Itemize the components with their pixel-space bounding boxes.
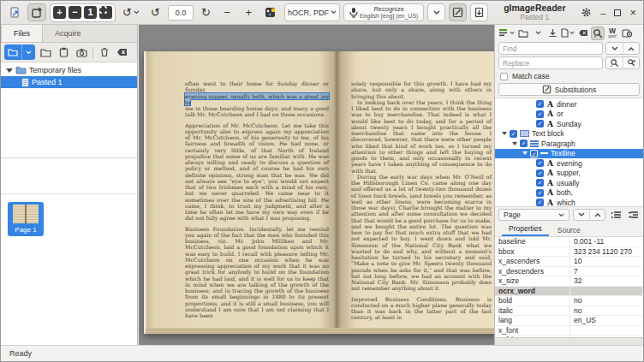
add-images-split-button[interactable] [4,45,35,60]
recognize-language-dropdown[interactable] [427,3,445,21]
import-button[interactable] [546,27,559,40]
replace-input[interactable] [498,56,603,69]
app-logo-icon [9,7,21,18]
property-row[interactable]: x_font [495,326,643,336]
zoom-out-button[interactable]: − [69,6,81,19]
export-button[interactable] [470,3,488,21]
word-checkbox[interactable]: ✓ [536,120,544,128]
property-row[interactable]: bbox323 234 1120 270 [495,247,643,258]
confidence-toggle[interactable]: W conf [605,27,619,40]
property-row[interactable]: baseline0.001 -11 [495,237,643,247]
property-row[interactable]: italicno [495,306,643,317]
expander-icon[interactable] [522,151,528,155]
paragraph-checkbox[interactable]: ✓ [520,139,528,147]
screenshot-button[interactable] [75,45,89,60]
hocr-textblock-row[interactable]: ✓Text block [495,129,643,139]
preview-toggle[interactable] [620,27,634,40]
open-hocr-dropdown[interactable] [531,27,545,40]
tab-acquire[interactable]: Acquire [43,25,93,42]
rotate-cw-button[interactable]: ↻ [197,3,215,21]
page-increment-button[interactable]: + [240,3,258,21]
block-checkbox[interactable]: ✓ [510,130,517,138]
find-replace-toggle[interactable] [591,27,605,40]
add-images-dropdown[interactable] [21,45,35,60]
paste-button[interactable] [57,45,71,60]
word-checkbox[interactable]: ✓ [536,159,544,167]
hocr-word-row[interactable]: ✓Asupper, [495,169,643,179]
remove-image-button[interactable] [97,45,111,60]
property-value: 7 [570,267,643,276]
minimize-button[interactable]: – [600,8,605,18]
word-checkbox[interactable]: ✓ [536,179,544,187]
replace-all-button[interactable] [623,57,639,68]
postprocess-button[interactable] [449,3,467,21]
insert-mode-dropdown[interactable] [498,27,516,40]
hocr-word-row[interactable]: ✓Awhich [495,198,643,207]
save-hocr-dropdown[interactable] [560,27,575,40]
collapse-all-button[interactable] [626,208,640,222]
expander-icon[interactable] [512,142,517,145]
find-prev-button[interactable] [623,43,639,54]
hocr-word-row[interactable]: ✓Ausually [495,178,643,188]
delete-button[interactable] [576,27,590,40]
hocr-word-row[interactable]: ✓Aor [495,110,643,120]
highlighted-textline[interactable]: evening supper, usually both, which was … [185,93,329,106]
recognize-button[interactable]: Recognize English [eng] (en_US) [343,3,424,21]
property-row[interactable]: boldno [495,296,643,306]
zoom-fit-button[interactable] [99,6,112,19]
word-checkbox[interactable]: ✓ [536,199,544,206]
page-decrement-button[interactable]: − [218,3,236,21]
hocr-word-row[interactable]: ✓Aevening [495,158,643,169]
rotate-ccw-button[interactable]: ↺ [146,3,164,21]
app-icon [6,3,24,21]
clear-all-button[interactable] [115,45,129,60]
scan-canvas[interactable]: often went to their home for Sunday dinn… [139,25,496,345]
page-select-combo[interactable]: Page [498,209,569,221]
ocr-mode-dropdown[interactable]: hOCR, PDF [284,3,340,21]
property-row[interactable]: x_descenders7 [495,267,643,277]
tree-row-pasted[interactable]: Pasted 1 [1,76,137,88]
substitutions-button[interactable]: Substitutions [498,83,640,96]
textline-checkbox[interactable]: ✓ [530,150,538,157]
property-row[interactable]: langen_US [495,316,643,326]
property-row[interactable]: x_ascenders10 [495,257,643,267]
show-controls-button[interactable] [27,3,46,21]
zoom-original-button[interactable]: 1 [84,6,97,19]
maximize-button[interactable] [614,9,621,16]
word-checkbox[interactable]: ✓ [536,110,544,118]
expander-icon[interactable] [502,132,507,135]
hocr-word-row[interactable]: ✓Adinner [495,99,643,110]
open-hocr-button[interactable] [516,27,530,40]
expander-icon[interactable] [6,68,13,73]
rotation-angle-spinbox[interactable]: 0.0 [168,5,194,21]
settings-gear-button[interactable] [581,7,592,18]
tree-row-temporary-files[interactable]: Temporary files [1,64,137,76]
hocr-word-row[interactable]: ✓ASunday [495,119,643,129]
tab-source[interactable]: Source [551,226,587,236]
prev-item-button[interactable] [589,210,605,220]
property-section-row[interactable]: ocrx_word [495,287,643,297]
close-button[interactable]: × [629,6,636,19]
next-item-button[interactable] [574,210,589,220]
rotate-mode-dropdown[interactable]: ↺ [119,3,143,21]
clear-backspace-icon [116,48,128,56]
word-checkbox[interactable]: ✓ [536,100,544,108]
match-case-checkbox[interactable] [500,73,508,80]
hocr-paragraph-row[interactable]: ✓Paragraph [495,139,643,149]
zoom-in-button[interactable]: + [53,6,66,19]
find-input[interactable] [498,42,603,55]
find-next-button[interactable] [606,43,623,54]
property-row[interactable]: x_size32 [495,276,643,287]
tab-properties[interactable]: Properties [502,224,549,236]
thumbnail-page-1[interactable]: Page 1 [8,202,44,236]
highlighted-text: evening supper, usually both, which was … [185,93,329,105]
tab-files[interactable]: Files [1,25,43,42]
hocr-textline-row-selected[interactable]: ✓Textline [495,149,643,159]
expand-all-button[interactable] [609,208,623,222]
word-checkbox[interactable]: ✓ [536,169,544,177]
word-checkbox[interactable]: ✓ [536,189,544,197]
image-controls-button[interactable] [261,3,281,21]
open-folder-button[interactable] [39,45,53,60]
replace-button[interactable] [606,57,623,68]
hocr-word-row[interactable]: ✓Aboth, [495,188,643,199]
